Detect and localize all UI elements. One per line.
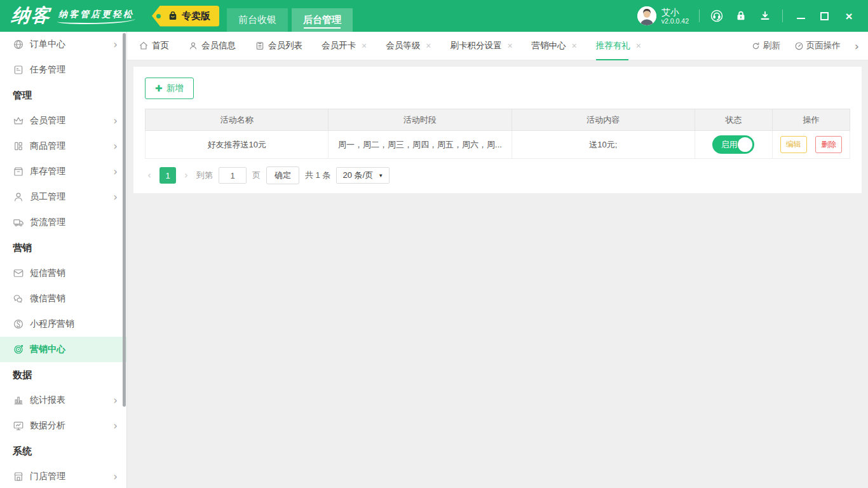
sidebar-item-marketing-center[interactable]: 营销中心 (0, 337, 126, 362)
current-page-button[interactable]: 1 (159, 167, 176, 184)
page-size-select[interactable]: 20 条/页 ▼ (336, 167, 390, 184)
nav-backend-manage[interactable]: 后台管理 (292, 8, 353, 32)
tab-card-points-settings[interactable]: 刷卡积分设置 × (450, 32, 512, 60)
user-name: 艾小 (661, 7, 689, 17)
avatar[interactable] (637, 6, 656, 25)
sidebar-item-wechat-marketing[interactable]: 微信营销 (0, 286, 126, 311)
close-tab-icon[interactable]: × (507, 41, 512, 50)
sidebar-item-task-manage[interactable]: 任务管理 (0, 57, 126, 83)
cell-actions: 编辑 删除 (772, 131, 850, 159)
divider (699, 10, 700, 22)
customer-service-icon[interactable] (710, 9, 724, 23)
sidebar-item-statistics-report[interactable]: 统计报表 › (0, 388, 126, 413)
col-activity-time: 活动时段 (329, 109, 512, 131)
lock-icon[interactable] (734, 9, 748, 23)
close-icon[interactable]: × (844, 11, 854, 21)
target-icon (13, 344, 24, 355)
chevron-right-icon: › (113, 141, 118, 152)
sidebar-item-order-center[interactable]: 订单中心 › (0, 32, 126, 57)
sidebar-section-manage: 管理 (0, 83, 126, 108)
sidebar-item-inventory-manage[interactable]: 库存管理 › (0, 159, 126, 184)
sidebar-item-logistics-manage[interactable]: 货流管理 (0, 210, 126, 235)
tab-member-open-card[interactable]: 会员开卡 × (322, 32, 367, 60)
pagination: ‹ 1 › 到第 页 确定 共 1 条 20 条/页 ▼ (145, 166, 850, 184)
sidebar-item-sms-marketing[interactable]: 短信营销 (0, 261, 126, 286)
edition-badge-label: 专卖版 (182, 10, 210, 22)
tab-referral-gift[interactable]: 推荐有礼 × (596, 32, 641, 60)
close-tab-icon[interactable]: × (362, 41, 367, 50)
topbar: 纳客 纳客管店更轻松 专卖版 前台收银 后台管理 艾小 v2.0.0.42 (0, 0, 868, 32)
download-icon[interactable] (758, 9, 772, 23)
tab-member-level[interactable]: 会员等级 × (386, 32, 431, 60)
window-controls: × (793, 11, 858, 21)
minimize-icon[interactable] (797, 13, 805, 19)
staff-icon (13, 191, 24, 203)
close-tab-icon[interactable]: × (636, 41, 641, 50)
activity-table: 活动名称 活动时段 活动内容 状态 操作 好友推荐送10元 周一，周二，周三，周… (145, 109, 850, 159)
home-icon (139, 41, 149, 51)
table-header-row: 活动名称 活动时段 活动内容 状态 操作 (146, 109, 850, 131)
edit-button[interactable]: 编辑 (780, 136, 807, 153)
chevron-right-icon: › (113, 421, 118, 431)
prev-page-chevron[interactable]: ‹ (145, 170, 154, 181)
page-number-input[interactable] (219, 167, 247, 184)
sidebar-section-system: 系统 (0, 438, 126, 464)
truck-icon (13, 217, 24, 228)
maximize-icon[interactable] (820, 12, 829, 20)
close-tab-icon[interactable]: × (426, 41, 431, 50)
globe-icon (13, 39, 24, 50)
tab-member-info[interactable]: 会员信息 (188, 32, 236, 60)
bar-chart-icon (13, 395, 24, 406)
toggle-knob (738, 137, 752, 152)
tab-home[interactable]: 首页 (139, 32, 169, 60)
sidebar-item-goods-manage[interactable]: 商品管理 › (0, 133, 126, 159)
refresh-icon (751, 41, 761, 51)
caret-down-icon: ▼ (378, 173, 383, 179)
nav-front-cashier[interactable]: 前台收银 (227, 8, 288, 32)
sidebar-scrollbar[interactable] (123, 33, 126, 407)
cell-activity-time: 周一，周二，周三，周四，周五，周六，周... (329, 131, 512, 159)
tab-marketing-center[interactable]: 营销中心 × (532, 32, 577, 60)
next-page-chevron[interactable]: › (182, 170, 191, 181)
sidebar-item-staff-manage[interactable]: 员工管理 › (0, 184, 126, 210)
refresh-button[interactable]: 刷新 (751, 40, 780, 51)
edition-badge: 专卖版 (152, 6, 219, 27)
goods-icon (13, 140, 24, 152)
sidebar: 订单中心 › 任务管理 管理 会员管理 › 商品管理 › 库存管理 › 员工管理… (0, 32, 127, 488)
wechat-icon (13, 293, 24, 304)
page-actions-icon (794, 41, 804, 51)
chevron-right-icon: › (113, 192, 118, 203)
cell-activity-name: 好友推荐送10元 (146, 131, 329, 159)
confirm-page-button[interactable]: 确定 (266, 166, 299, 184)
app-version: v2.0.0.42 (661, 17, 689, 25)
tab-member-list[interactable]: 会员列表 (255, 32, 302, 60)
col-activity-content: 活动内容 (512, 109, 695, 131)
plus-icon: ✚ (155, 84, 163, 93)
sidebar-item-store-manage[interactable]: 门店管理 › (0, 464, 126, 488)
goto-label: 到第 (196, 170, 213, 181)
chevron-right-icon: › (113, 39, 118, 50)
member-icon (188, 41, 198, 51)
sidebar-section-data: 数据 (0, 362, 126, 388)
crown-icon (13, 115, 24, 126)
sidebar-item-data-analysis[interactable]: 数据分析 › (0, 413, 126, 438)
status-toggle[interactable]: 启用 (712, 135, 754, 154)
content-card: ✚ 新增 活动名称 活动时段 活动内容 状态 操作 (133, 67, 862, 193)
add-button[interactable]: ✚ 新增 (145, 78, 194, 99)
delete-button[interactable]: 删除 (815, 136, 842, 153)
sidebar-item-miniapp-marketing[interactable]: 小程序营销 (0, 311, 126, 337)
inventory-icon (13, 166, 24, 177)
shopping-bag-icon (167, 10, 179, 22)
divider (782, 10, 783, 22)
page-actions-button[interactable]: 页面操作 (794, 40, 841, 51)
store-icon (13, 471, 24, 482)
task-icon (13, 64, 24, 76)
chevron-right-icon: › (113, 166, 118, 177)
tabbar-more-chevron[interactable]: › (855, 39, 859, 53)
sidebar-item-member-manage[interactable]: 会员管理 › (0, 108, 126, 133)
chevron-right-icon: › (113, 395, 118, 406)
monitor-icon (13, 420, 24, 431)
badge-hole (156, 14, 161, 18)
content: 首页 会员信息 会员列表 会员开卡 × 会员等级 × 刷卡积分设置 × (127, 32, 868, 488)
close-tab-icon[interactable]: × (572, 41, 577, 50)
